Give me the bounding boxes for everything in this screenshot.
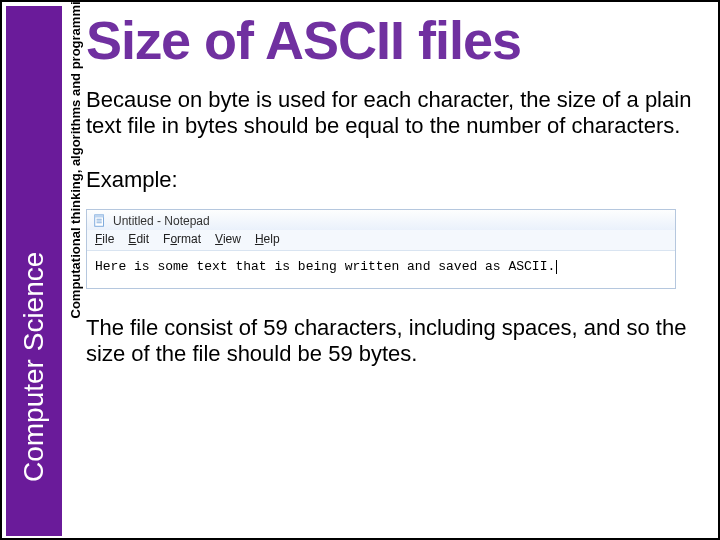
paragraph-intro: Because on byte is used for each charact… (86, 87, 702, 139)
content-area: Size of ASCII files Because on byte is u… (86, 12, 702, 528)
sidebar-main-label: Computer Science (18, 262, 50, 482)
notepad-window: Untitled - Notepad File Edit Format View… (86, 209, 676, 289)
menu-file[interactable]: File (95, 232, 114, 246)
text-caret (556, 260, 557, 274)
svg-rect-1 (95, 214, 104, 217)
notepad-text: Here is some text that is being written … (95, 259, 555, 274)
sidebar-sub: Computational thinking, algorithms and p… (62, 6, 80, 536)
notepad-window-title: Untitled - Notepad (113, 214, 210, 228)
menu-view[interactable]: View (215, 232, 241, 246)
notepad-titlebar: Untitled - Notepad (87, 210, 675, 230)
notepad-menubar: File Edit Format View Help (87, 230, 675, 251)
menu-edit[interactable]: Edit (128, 232, 149, 246)
example-label: Example: (86, 167, 702, 193)
slide: Computer Science Computational thinking,… (0, 0, 720, 540)
sidebar-main: Computer Science (6, 6, 62, 536)
menu-format[interactable]: Format (163, 232, 201, 246)
sidebar-sub-label: Computational thinking, algorithms and p… (68, 9, 83, 319)
menu-help[interactable]: Help (255, 232, 280, 246)
notepad-body[interactable]: Here is some text that is being written … (87, 251, 675, 288)
paragraph-conclusion: The file consist of 59 characters, inclu… (86, 315, 702, 367)
slide-title: Size of ASCII files (86, 12, 702, 69)
notepad-icon (93, 214, 107, 228)
